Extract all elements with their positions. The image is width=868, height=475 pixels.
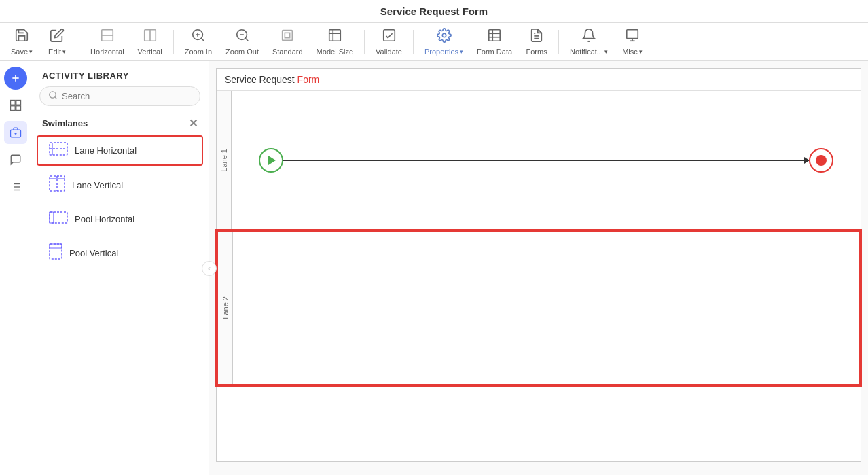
app-title: Service Request Form	[380, 5, 488, 17]
swimlanes-section-header: Swimlanes ✕	[31, 113, 209, 134]
svg-line-9	[245, 38, 248, 41]
toolbar-sep-1	[79, 30, 79, 54]
toolbar-vertical[interactable]: Vertical	[132, 25, 168, 58]
pool-horizontal-icon	[49, 211, 68, 227]
svg-rect-11	[283, 31, 293, 41]
toolbar-validate[interactable]: Validate	[370, 25, 408, 58]
lane-2-content	[233, 232, 859, 384]
svg-rect-27	[10, 101, 15, 105]
svg-rect-48	[50, 212, 67, 223]
model-size-icon	[327, 28, 342, 46]
svg-line-41	[55, 97, 57, 99]
model-size-label: Model Size	[317, 48, 353, 56]
svg-rect-51	[50, 244, 62, 248]
add-button[interactable]	[4, 67, 27, 90]
zoom-out-label: Zoom Out	[225, 48, 259, 56]
lane-horizontal-icon	[49, 142, 68, 159]
toolbar-sep-2	[173, 30, 174, 54]
svg-rect-50	[50, 244, 62, 259]
lane-vertical-label: Lane Vertical	[72, 180, 123, 190]
toolbar-sep-4	[413, 30, 414, 54]
zoom-out-icon	[235, 28, 250, 46]
chat-button[interactable]	[4, 148, 27, 171]
search-box[interactable]	[39, 86, 200, 106]
toolbar-misc[interactable]: Misc ▾	[616, 25, 649, 58]
forms-icon	[529, 28, 544, 46]
collapse-panel-button[interactable]: ‹	[202, 261, 217, 276]
list-button[interactable]	[4, 175, 27, 198]
pool-horizontal-item[interactable]: Pool Horizontal	[37, 205, 203, 234]
misc-icon	[625, 28, 640, 46]
standard-label: Standard	[272, 48, 303, 56]
search-input[interactable]	[62, 91, 192, 101]
toolbar-model-size[interactable]: Model Size	[311, 25, 359, 58]
toolbar-horizontal[interactable]: Horizontal	[85, 25, 130, 58]
validate-label: Validate	[376, 48, 402, 56]
end-node[interactable]	[809, 148, 833, 173]
svg-rect-14	[383, 30, 395, 41]
save-icon	[14, 28, 29, 46]
lane-horizontal-item[interactable]: Lane Horizontal	[37, 135, 203, 166]
notifications-icon	[581, 28, 596, 46]
canvas-area[interactable]: Service Request Form Lane 1	[209, 61, 868, 475]
title-bar: Service Request Form	[0, 0, 868, 23]
notifications-label: Notificat...	[570, 48, 603, 56]
toolbar-standard[interactable]: Standard	[267, 25, 308, 58]
sidebar-icons	[0, 61, 31, 475]
toolbar-form-data[interactable]: Form Data	[471, 25, 518, 58]
swimlanes-close-button[interactable]: ✕	[189, 117, 198, 130]
save-label: Save	[11, 48, 28, 56]
form-canvas-title: Service Request Form	[217, 69, 861, 91]
lane-1-label-container: Lane 1	[217, 91, 232, 230]
toolbar-sep-5	[558, 30, 559, 54]
toolbar-forms[interactable]: Forms	[520, 25, 553, 58]
main-content: ACTIVITY LIBRARY Swimlanes ✕ Lane Horizo…	[0, 61, 868, 475]
svg-point-40	[50, 92, 56, 98]
vertical-icon	[143, 28, 158, 46]
toolbar-zoom-out[interactable]: Zoom Out	[220, 25, 264, 58]
form-title-highlight: Form	[297, 74, 320, 85]
activity-library-title: ACTIVITY LIBRARY	[31, 61, 209, 86]
toolbar-properties[interactable]: Properties ▾	[419, 25, 469, 58]
identity-button[interactable]	[4, 121, 27, 144]
lane-vertical-item[interactable]: Lane Vertical	[37, 169, 203, 202]
lane-2[interactable]: Lane 2	[217, 230, 861, 385]
edit-label: Edit	[48, 48, 61, 56]
form-canvas: Service Request Form Lane 1	[216, 68, 861, 462]
lane-horizontal-label: Lane Horizontal	[75, 145, 137, 156]
swimlanes-label: Swimlanes	[42, 118, 88, 128]
svg-rect-29	[10, 106, 15, 111]
toolbar-zoom-in[interactable]: Zoom In	[179, 25, 217, 58]
svg-rect-16	[489, 30, 501, 41]
pool-vertical-label: Pool Vertical	[69, 248, 118, 258]
vertical-label: Vertical	[138, 48, 162, 56]
swimlanes-container: Lane 1	[217, 91, 861, 385]
properties-icon	[437, 28, 452, 46]
form-data-icon	[487, 28, 502, 46]
svg-rect-12	[285, 33, 290, 37]
flow-area-1	[232, 91, 861, 230]
lane-1-label: Lane 1	[220, 149, 228, 172]
misc-label: Misc	[622, 48, 638, 56]
end-node-inner	[816, 155, 827, 166]
svg-rect-22	[627, 30, 638, 39]
toolbar-edit[interactable]: Edit ▾	[41, 25, 73, 58]
svg-rect-13	[329, 30, 341, 41]
lane-1[interactable]: Lane 1	[217, 91, 861, 230]
horizontal-icon	[100, 28, 115, 46]
svg-rect-49	[50, 212, 54, 223]
properties-label: Properties	[424, 48, 458, 56]
toolbar-sep-3	[364, 30, 365, 54]
forms-label: Forms	[526, 48, 547, 56]
search-icon	[48, 90, 58, 102]
flow-arrow	[283, 160, 809, 161]
toolbar-save[interactable]: Save ▾	[5, 25, 38, 58]
layers-button[interactable]	[4, 94, 27, 117]
toolbar-notifications[interactable]: Notificat... ▾	[564, 25, 613, 58]
pool-vertical-item[interactable]: Pool Vertical	[37, 236, 203, 270]
standard-icon	[280, 28, 295, 46]
lane-vertical-icon	[49, 175, 65, 195]
validate-icon	[382, 28, 397, 46]
form-data-label: Form Data	[477, 48, 512, 56]
start-node[interactable]	[259, 148, 283, 173]
